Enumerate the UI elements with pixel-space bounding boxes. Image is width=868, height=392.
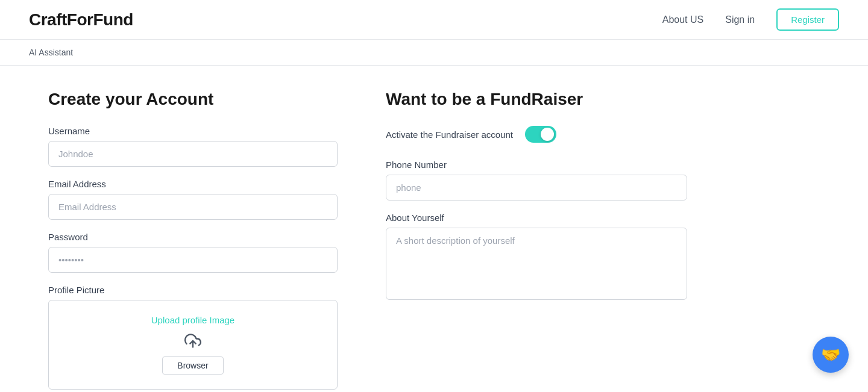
username-label: Username	[48, 126, 338, 136]
nav-about-us[interactable]: About US	[662, 14, 703, 25]
username-input[interactable]	[48, 141, 338, 167]
password-group: Password	[48, 232, 338, 273]
phone-label: Phone Number	[386, 160, 687, 170]
email-label: Email Address	[48, 179, 338, 189]
email-group: Email Address	[48, 179, 338, 220]
profile-picture-label: Profile Picture	[48, 285, 338, 295]
browser-button[interactable]: Browser	[162, 356, 223, 375]
nav-sign-in[interactable]: Sign in	[725, 14, 755, 25]
toggle-slider	[525, 126, 556, 143]
nav: About US Sign in Register	[662, 8, 839, 31]
upload-area[interactable]: Upload profile Image Browser	[48, 300, 338, 390]
register-button[interactable]: Register	[776, 8, 839, 31]
header: CraftForFund About US Sign in Register	[0, 0, 868, 40]
main-content: Create your Account Username Email Addre…	[0, 66, 868, 392]
sub-header: AI Assistant	[0, 40, 868, 66]
about-label: About Yourself	[386, 213, 687, 223]
logo: CraftForFund	[29, 10, 133, 30]
username-group: Username	[48, 126, 338, 167]
toggle-row: Activate the Fundraiser account	[386, 126, 687, 143]
password-label: Password	[48, 232, 338, 242]
toggle-label: Activate the Fundraiser account	[386, 129, 513, 140]
fundraiser-title: Want to be a FundRaiser	[386, 90, 687, 109]
create-account-title: Create your Account	[48, 90, 338, 109]
upload-icon	[184, 332, 201, 349]
chat-float-button[interactable]: 🤝	[813, 337, 849, 373]
ai-assistant-link[interactable]: AI Assistant	[29, 48, 73, 57]
right-column: Want to be a FundRaiser Activate the Fun…	[386, 90, 687, 392]
phone-input[interactable]	[386, 175, 687, 201]
fundraiser-toggle[interactable]	[525, 126, 556, 143]
email-input[interactable]	[48, 194, 338, 220]
password-input[interactable]	[48, 247, 338, 273]
chat-float-icon: 🤝	[821, 346, 840, 364]
about-group: About Yourself	[386, 213, 687, 302]
left-column: Create your Account Username Email Addre…	[48, 90, 338, 392]
profile-picture-group: Profile Picture Upload profile Image Bro…	[48, 285, 338, 390]
upload-text: Upload profile Image	[151, 315, 234, 325]
about-yourself-textarea[interactable]	[386, 228, 687, 300]
phone-group: Phone Number	[386, 160, 687, 201]
